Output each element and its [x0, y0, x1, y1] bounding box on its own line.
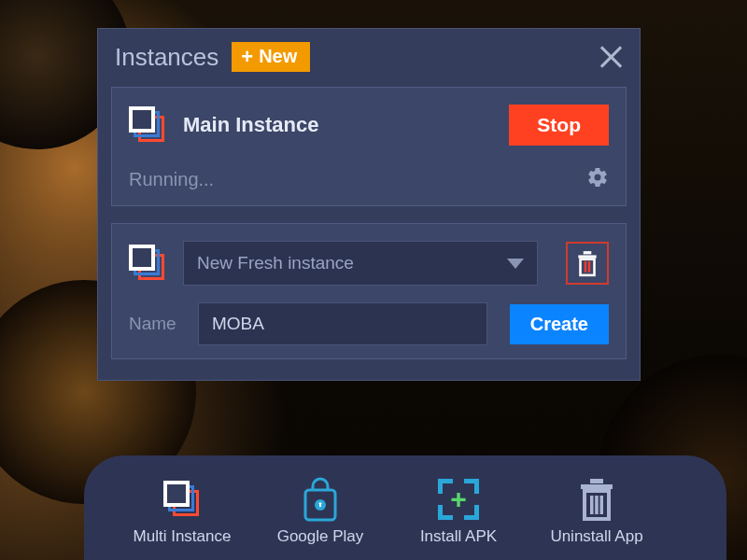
multi-instance-icon [163, 481, 201, 518]
new-instance-button[interactable]: + New [232, 42, 310, 72]
instance-icon [129, 245, 166, 282]
panel-header: Instances + New [98, 29, 640, 81]
svg-rect-0 [578, 255, 596, 258]
svg-rect-9 [590, 496, 594, 514]
create-button[interactable]: Create [510, 304, 609, 344]
trash-icon [575, 249, 599, 277]
new-button-label: New [259, 46, 297, 67]
template-select[interactable]: New Fresh instance [183, 241, 538, 286]
svg-rect-10 [595, 496, 599, 514]
svg-rect-11 [600, 496, 604, 514]
name-input[interactable]: MOBA [198, 302, 487, 345]
stop-button[interactable]: Stop [509, 105, 609, 146]
dock-uninstall-app[interactable]: Uninstall App [536, 477, 657, 546]
instance-status: Running... [129, 169, 214, 190]
svg-rect-4 [588, 261, 590, 273]
dock-multi-instance[interactable]: Multi Instance [121, 477, 243, 546]
instance-card: Main Instance Stop Running... [111, 87, 627, 206]
instances-panel: Instances + New Main Instance Stop Runni… [97, 28, 641, 381]
instance-icon [129, 106, 166, 144]
install-apk-icon: + [438, 479, 479, 520]
close-icon[interactable] [599, 45, 623, 69]
dock-apk-label: Install APK [420, 527, 497, 546]
delete-button[interactable] [566, 242, 609, 285]
dock-uninstall-label: Uninstall App [550, 527, 642, 546]
svg-rect-6 [581, 484, 613, 489]
google-play-icon [300, 477, 341, 522]
svg-rect-7 [590, 479, 603, 483]
name-label: Name [129, 314, 189, 334]
instance-name: Main Instance [183, 113, 318, 137]
panel-title: Instances [115, 43, 218, 72]
dock-install-apk[interactable]: + Install APK [398, 477, 519, 546]
bottom-dock: Multi Instance Google Play + Install APK [84, 455, 726, 560]
gear-icon[interactable] [586, 166, 609, 192]
dock-multi-label: Multi Instance [134, 527, 232, 546]
dock-gplay-label: Google Play [277, 527, 364, 546]
dock-google-play[interactable]: Google Play [260, 477, 381, 546]
svg-rect-3 [585, 261, 586, 273]
template-selected-label: New Fresh instance [197, 253, 354, 273]
svg-rect-2 [581, 259, 595, 275]
plus-icon: + [241, 47, 253, 67]
chevron-down-icon [507, 259, 524, 269]
svg-rect-1 [584, 251, 592, 254]
name-input-value: MOBA [212, 314, 264, 334]
new-instance-card: New Fresh instance Name MOBA Create [111, 223, 627, 359]
uninstall-icon [577, 477, 616, 522]
